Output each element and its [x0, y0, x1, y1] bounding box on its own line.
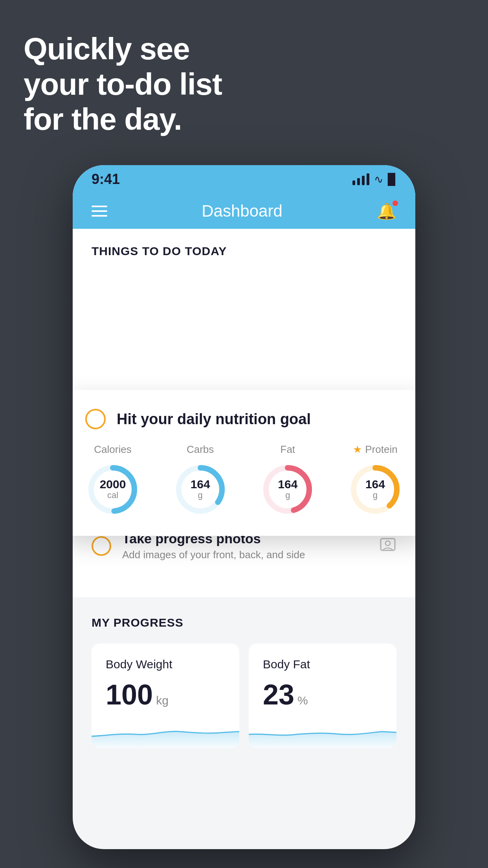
nutrition-card-title: Hit your daily nutrition goal [117, 411, 311, 428]
body-fat-value: 23 [263, 680, 294, 709]
photos-check-circle [92, 536, 111, 556]
carbs-unit: g [191, 490, 210, 500]
hamburger-menu[interactable] [92, 206, 107, 217]
notification-dot [393, 200, 398, 206]
svg-rect-11 [381, 539, 395, 550]
things-to-do-header: THINGS TO DO TODAY [73, 229, 415, 266]
nutrition-row: Calories 2000 cal Carbs [85, 443, 403, 517]
calories-unit: cal [100, 490, 126, 500]
carbs-value: 164 [191, 478, 210, 490]
fat-unit: g [278, 490, 297, 500]
fat-donut: 164 g [260, 462, 315, 517]
fat-value: 164 [278, 478, 297, 490]
protein-label: ★ Protein [353, 443, 397, 456]
fat-item: Fat 164 g [260, 443, 315, 517]
nutrition-card: Hit your daily nutrition goal Calories 2… [73, 390, 415, 536]
battery-icon: ▉ [388, 173, 396, 186]
carbs-label: Carbs [187, 443, 214, 456]
carbs-donut: 164 g [173, 462, 228, 517]
body-fat-title: Body Fat [263, 658, 382, 671]
protein-donut: 164 g [348, 462, 403, 517]
protein-item: ★ Protein 164 g [348, 443, 403, 517]
body-weight-chart [92, 717, 239, 748]
protein-unit: g [365, 490, 385, 500]
status-bar: 9:41 ∿ ▉ [73, 165, 415, 193]
main-content: THINGS TO DO TODAY Hit your daily nutrit… [73, 229, 415, 764]
body-weight-unit: kg [156, 694, 169, 707]
calories-label: Calories [94, 443, 131, 456]
nav-title: Dashboard [202, 202, 282, 221]
body-weight-card[interactable]: Body Weight 100 kg [92, 644, 239, 748]
nutrition-check-circle[interactable] [85, 409, 106, 429]
calories-value: 2000 [100, 478, 126, 490]
calories-donut: 2000 cal [85, 462, 140, 517]
phone-mockup: 9:41 ∿ ▉ Dashboard 🔔 THINGS TO DO TODAY [73, 165, 415, 849]
photos-subtitle: Add images of your front, back, and side [122, 549, 368, 561]
wifi-icon: ∿ [374, 173, 383, 186]
protein-star-icon: ★ [353, 443, 362, 456]
body-weight-title: Body Weight [106, 658, 225, 671]
fat-label: Fat [281, 443, 295, 456]
body-fat-card[interactable]: Body Fat 23 % [249, 644, 396, 748]
carbs-item: Carbs 164 g [173, 443, 228, 517]
status-icons: ∿ ▉ [352, 173, 396, 186]
nav-bar: Dashboard 🔔 [73, 193, 415, 229]
progress-title: MY PROGRESS [92, 616, 396, 629]
status-time: 9:41 [92, 171, 120, 188]
body-weight-value: 100 [106, 680, 153, 709]
progress-section: MY PROGRESS Body Weight 100 kg [73, 597, 415, 764]
svg-point-12 [385, 541, 390, 546]
photo-person-icon [379, 535, 396, 557]
body-fat-unit: % [297, 694, 308, 707]
progress-cards: Body Weight 100 kg [92, 644, 396, 748]
signal-icon [352, 173, 369, 185]
bell-icon[interactable]: 🔔 [377, 202, 396, 221]
protein-value: 164 [365, 478, 385, 490]
body-fat-chart [249, 717, 396, 748]
calories-item: Calories 2000 cal [85, 443, 140, 517]
headline-text: Quickly see your to-do list for the day. [24, 31, 222, 137]
